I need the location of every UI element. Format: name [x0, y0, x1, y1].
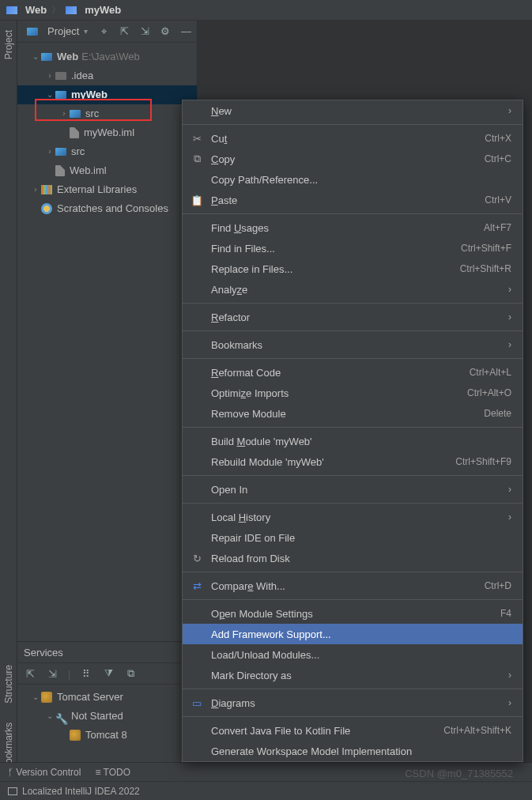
menu-label: Find Usages	[211, 222, 269, 234]
project-view-selector[interactable]: Project ▾	[22, 24, 92, 39]
breadcrumb-root[interactable]: Web	[25, 4, 47, 16]
menu-label: Compare With...	[211, 580, 285, 592]
collapse-icon[interactable]: ⇲	[46, 667, 58, 680]
menu-label: New	[211, 105, 232, 117]
tree-label: Not Started	[71, 708, 123, 725]
group-icon[interactable]: ⠿	[80, 667, 92, 680]
menu-label: Copy	[211, 153, 235, 165]
project-panel-title: Project	[47, 25, 79, 37]
menu-separator	[183, 303, 523, 304]
tree-root-web[interactable]: ⌄ Web E:\Java\Web	[17, 47, 197, 66]
tree-myweb-src[interactable]: › src	[17, 104, 197, 123]
tree-src[interactable]: › src	[17, 142, 197, 161]
breadcrumb-separator: 〉	[51, 3, 61, 17]
tree-label: Web.iml	[70, 162, 107, 179]
menu-reload-disk[interactable]: ↻ Reload from Disk	[183, 548, 523, 568]
menu-build-module[interactable]: Build Module 'myWeb'	[183, 431, 523, 451]
menu-separator	[183, 358, 523, 359]
menu-bookmarks[interactable]: Bookmarks ›	[183, 334, 523, 355]
services-not-started[interactable]: ⌄ 🔧 Not Started	[17, 707, 197, 726]
menu-shortcut: Ctrl+Alt+O	[467, 387, 511, 398]
services-tomcat-server[interactable]: ⌄ Tomcat Server	[17, 688, 197, 707]
menu-refactor[interactable]: Refactor ›	[183, 307, 523, 327]
chevron-down-icon[interactable]: ⌄	[44, 86, 55, 104]
menu-shortcut: F4	[500, 608, 511, 619]
tree-web-iml[interactable]: Web.iml	[17, 161, 197, 180]
chevron-down-icon[interactable]: ⌄	[44, 708, 55, 725]
select-opened-file-icon[interactable]: ⌖	[97, 25, 110, 38]
menu-find-in-files[interactable]: Find in Files... Ctrl+Shift+F	[183, 238, 523, 258]
collapse-all-icon[interactable]: ⇲	[138, 25, 151, 38]
menu-convert-kotlin[interactable]: Convert Java File to Kotlin File Ctrl+Al…	[183, 720, 523, 741]
branch-icon: ᚶ	[8, 767, 13, 778]
add-tab-icon[interactable]: ⧉	[124, 667, 137, 680]
chevron-down-icon[interactable]: ⌄	[30, 48, 41, 66]
menu-label: Reload from Disk	[211, 553, 290, 564]
menu-repair-ide[interactable]: Repair IDE on File	[183, 527, 523, 548]
menu-find-usages[interactable]: Find Usages Alt+F7	[183, 217, 523, 238]
menu-analyze[interactable]: Analyze ›	[183, 279, 523, 300]
vcs-tab[interactable]: ᚶ Version Control	[8, 767, 81, 778]
menu-open-in[interactable]: Open In ›	[183, 479, 523, 500]
todo-tab[interactable]: ≡ TODO	[95, 767, 130, 778]
menu-optimize-imports[interactable]: Optimize Imports Ctrl+Alt+O	[183, 383, 523, 403]
expand-icon[interactable]: ⇱	[24, 667, 36, 680]
terminal-icon[interactable]	[8, 787, 17, 795]
chevron-right-icon[interactable]: ›	[44, 67, 55, 85]
menu-remove-module[interactable]: Remove Module Delete	[183, 403, 523, 424]
menu-local-history[interactable]: Local History ›	[183, 507, 523, 527]
menu-copy-path[interactable]: Copy Path/Reference...	[183, 169, 523, 190]
expand-all-icon[interactable]: ⇱	[118, 25, 130, 38]
menu-separator	[183, 599, 523, 600]
breadcrumb-current[interactable]: myWeb	[85, 4, 121, 16]
menu-open-module-settings[interactable]: Open Module Settings F4	[183, 603, 523, 624]
menu-paste[interactable]: 📋 Paste Ctrl+V	[183, 190, 523, 210]
tree-label: External Libraries	[57, 181, 137, 198]
scissors-icon: ✂	[191, 132, 203, 145]
menu-new[interactable]: New ›	[183, 100, 523, 121]
tree-myweb-iml[interactable]: myWeb.iml	[17, 123, 197, 142]
menu-label: Paste	[211, 194, 237, 206]
menu-label: Mark Directory as	[211, 670, 292, 681]
hide-panel-icon[interactable]: —	[179, 25, 192, 38]
breadcrumb: Web 〉 myWeb	[0, 0, 532, 21]
project-tree[interactable]: ⌄ Web E:\Java\Web › .idea ⌄ myWeb › src	[17, 43, 197, 223]
tree-label: .idea	[71, 67, 93, 85]
diff-icon: ⇄	[191, 579, 203, 592]
menu-shortcut: Ctrl+Alt+Shift+K	[443, 725, 511, 736]
tree-external-libraries[interactable]: › External Libraries	[17, 180, 197, 199]
tree-myweb-module[interactable]: ⌄ myWeb	[17, 85, 197, 104]
menu-load-unload-modules[interactable]: Load/Unload Modules...	[183, 644, 523, 665]
services-header[interactable]: Services	[17, 642, 197, 662]
menu-rebuild-module[interactable]: Rebuild Module 'myWeb' Ctrl+Shift+F9	[183, 451, 523, 472]
menu-mark-directory-as[interactable]: Mark Directory as ›	[183, 665, 523, 685]
chevron-right-icon[interactable]: ›	[30, 181, 41, 198]
filter-icon[interactable]: ⧩	[102, 667, 115, 680]
menu-compare-with[interactable]: ⇄ Compare With... Ctrl+D	[183, 575, 523, 596]
menu-cut[interactable]: ✂ Cut Ctrl+X	[183, 128, 523, 149]
menu-label: Build Module 'myWeb'	[211, 436, 312, 447]
menu-reformat[interactable]: Reformat Code Ctrl+Alt+L	[183, 362, 523, 383]
tree-label: Scratches and Consoles	[57, 200, 168, 217]
tree-label: Web	[57, 48, 78, 66]
chevron-right-icon[interactable]: ›	[58, 105, 70, 123]
gear-icon[interactable]: ⚙	[159, 25, 172, 38]
chevron-right-icon[interactable]: ›	[44, 143, 55, 160]
menu-copy[interactable]: ⧉ Copy Ctrl+C	[183, 149, 523, 169]
menu-generate-workspace[interactable]: Generate Workspace Model Implementation	[183, 741, 523, 761]
submenu-arrow-icon: ›	[508, 339, 511, 350]
menu-diagrams[interactable]: ▭ Diagrams ›	[183, 692, 523, 713]
menu-add-framework-support[interactable]: Add Framework Support...	[183, 624, 523, 644]
tree-scratches[interactable]: Scratches and Consoles	[17, 199, 197, 218]
toolwindow-structure-tab[interactable]: Structure	[2, 655, 16, 713]
tree-idea-folder[interactable]: › .idea	[17, 66, 197, 85]
toolwindow-project-tab[interactable]: Project	[2, 21, 16, 69]
menu-separator	[183, 124, 523, 125]
services-tomcat8[interactable]: Tomcat 8	[17, 726, 197, 745]
menu-separator	[183, 716, 523, 717]
menu-label: Open In	[211, 484, 247, 496]
menu-shortcut: Ctrl+V	[485, 194, 511, 206]
chevron-down-icon[interactable]: ⌄	[30, 689, 41, 706]
left-toolwindow-bar: Project Structure Bookmarks	[0, 21, 17, 779]
menu-replace-in-files[interactable]: Replace in Files... Ctrl+Shift+R	[183, 258, 523, 279]
